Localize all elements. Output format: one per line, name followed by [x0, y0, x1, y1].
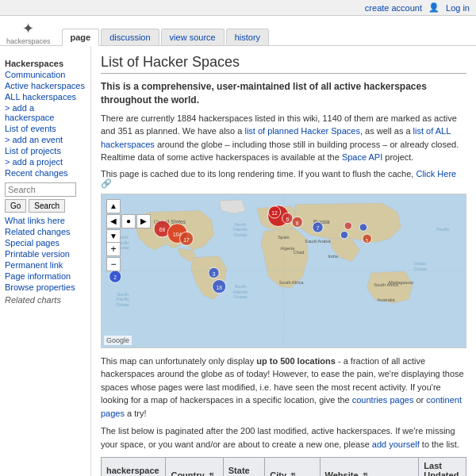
svg-text:Madagascar: Madagascar	[389, 280, 414, 285]
svg-text:Pacific: Pacific	[116, 297, 129, 301]
cache-note: This page is cached due to its long rend…	[101, 169, 466, 189]
sidebar-link-special-pages[interactable]: Special pages	[5, 238, 86, 248]
sidebar-link-add-hackerspace[interactable]: > add a hackerspace	[5, 103, 86, 122]
map-zoom-in[interactable]: +	[106, 242, 121, 256]
logo-icon: ✦	[22, 20, 34, 37]
tab-view-source[interactable]: view source	[161, 29, 225, 45]
svg-text:Spain: Spain	[278, 234, 290, 239]
svg-text:7: 7	[317, 225, 320, 231]
related-charts-label: Related charts	[5, 295, 86, 305]
site-logo: ✦ hackerspaces	[6, 16, 59, 45]
sidebar-link-printable[interactable]: Printable version	[5, 249, 86, 259]
svg-text:12: 12	[271, 210, 278, 216]
map-nav-up[interactable]: ▲	[106, 199, 121, 213]
col-state[interactable]: State ⇅	[223, 458, 265, 476]
tab-history[interactable]: history	[226, 29, 269, 45]
svg-point-52	[359, 223, 367, 231]
sidebar-link-events[interactable]: List of events	[5, 124, 86, 133]
svg-text:6: 6	[286, 216, 289, 221]
svg-text:2: 2	[113, 274, 117, 279]
search-buttons: Go Search	[5, 199, 86, 213]
intro-bold: This is a comprehensive, user-maintained…	[101, 80, 466, 107]
col-website[interactable]: Website ⇅	[320, 458, 419, 476]
svg-point-53	[340, 231, 348, 239]
svg-text:3: 3	[213, 271, 216, 276]
map-zoom-controls: + −	[106, 242, 121, 271]
add-yourself-link[interactable]: add yourself	[372, 440, 420, 449]
tab-discussion[interactable]: discussion	[101, 29, 159, 45]
svg-text:68: 68	[159, 227, 166, 232]
col-city[interactable]: City ⇅	[265, 458, 320, 476]
svg-point-51	[344, 221, 352, 229]
sidebar-link-page-info[interactable]: Page information	[5, 271, 86, 281]
sidebar-link-recent-changes[interactable]: Recent changes	[5, 168, 86, 178]
sidebar-link-related-changes[interactable]: Related changes	[5, 227, 86, 236]
sidebar-link-projects[interactable]: List of projects	[5, 146, 86, 155]
link-spaceapi[interactable]: Space API	[342, 152, 382, 162]
page-title: List of Hacker Spaces	[101, 54, 466, 74]
svg-text:Atlantic: Atlantic	[233, 227, 248, 232]
svg-text:Ocean: Ocean	[234, 294, 248, 299]
sidebar-link-all[interactable]: ALL hackerspaces	[5, 92, 86, 102]
sidebar-link-add-event[interactable]: > add an event	[5, 135, 86, 144]
col-hackerspace[interactable]: hackerspace ⇅	[102, 458, 166, 476]
svg-text:17: 17	[183, 236, 190, 242]
search-button[interactable]: Search	[29, 199, 65, 213]
sidebar-link-active[interactable]: Active hackerspaces	[5, 81, 86, 90]
sidebar-link-browse-props[interactable]: Browse properties	[5, 282, 86, 292]
svg-text:Pacific: Pacific	[436, 227, 450, 232]
hackerspaces-table: hackerspace ⇅ Country ⇅ State ⇅ City ⇅ W…	[101, 457, 466, 476]
svg-text:Ocean: Ocean	[234, 232, 248, 237]
intro-text: There are currently 1884 hackerspaces li…	[101, 112, 466, 164]
map-caption: This map can unfortunately only display …	[101, 355, 466, 420]
logo-text: hackerspaces	[6, 37, 51, 45]
svg-text:South: South	[235, 284, 247, 289]
sidebar-link-communication[interactable]: Communication	[5, 70, 86, 79]
col-country[interactable]: Country ⇅	[166, 458, 223, 476]
list-intro: The list below is paginated after the 20…	[101, 424, 466, 451]
sidebar-link-add-project[interactable]: > add a project	[5, 157, 86, 167]
tab-page[interactable]: page	[62, 29, 100, 46]
search-box: Go Search	[5, 182, 86, 213]
click-here-link[interactable]: Click Here	[416, 169, 456, 178]
header: ✦ hackerspaces page discussion view sour…	[0, 16, 476, 46]
map-nav-arrows: ▲ ◀ ● ▶ ▼	[106, 199, 151, 244]
svg-text:8: 8	[296, 220, 299, 225]
content-area: List of Hacker Spaces This is a comprehe…	[91, 46, 476, 476]
map-nav-right[interactable]: ▶	[136, 214, 151, 228]
go-button[interactable]: Go	[5, 199, 26, 213]
svg-text:Ocean: Ocean	[116, 302, 129, 307]
map-zoom-out[interactable]: −	[106, 257, 121, 271]
countries-pages-link[interactable]: countries pages	[352, 395, 414, 405]
svg-text:North: North	[235, 221, 246, 226]
search-input[interactable]	[5, 182, 76, 197]
svg-text:18: 18	[216, 285, 222, 290]
sidebar-link-what-links[interactable]: What links here	[5, 216, 86, 225]
topbar: create account 👤 Log in	[0, 0, 476, 16]
login-link[interactable]: Log in	[446, 3, 470, 13]
svg-text:Saudi Arabia: Saudi Arabia	[305, 238, 331, 243]
sidebar: Hackerspaces Communication Active hacker…	[0, 46, 91, 476]
sidebar-link-permanent[interactable]: Permanent link	[5, 260, 86, 270]
map-container: North Pacific Ocean North Atlantic Ocean…	[101, 194, 466, 348]
svg-text:Chad: Chad	[294, 250, 305, 255]
svg-text:South Africa: South Africa	[279, 280, 305, 285]
world-map: North Pacific Ocean North Atlantic Ocean…	[102, 194, 466, 347]
svg-text:Ocean: Ocean	[413, 267, 427, 271]
page-tabs: page discussion view source history	[62, 29, 271, 45]
svg-text:5: 5	[366, 237, 368, 242]
map-nav-center[interactable]: ●	[121, 214, 136, 228]
svg-text:Australia: Australia	[377, 298, 395, 302]
user-icon: 👤	[428, 2, 440, 13]
col-updated[interactable]: Last Updated ⇅	[419, 458, 466, 476]
main-layout: Hackerspaces Communication Active hacker…	[0, 46, 476, 476]
link-planned[interactable]: list of planned Hacker Spaces	[244, 126, 360, 136]
create-account-link[interactable]: create account	[365, 3, 422, 13]
svg-text:Atlantic: Atlantic	[233, 289, 248, 294]
map-nav-left[interactable]: ◀	[106, 214, 121, 228]
svg-text:Indian: Indian	[414, 261, 427, 266]
svg-text:India: India	[328, 253, 338, 258]
google-logo: Google	[104, 336, 132, 345]
svg-text:South: South	[117, 291, 129, 296]
sidebar-section-hackerspaces: Hackerspaces	[5, 59, 86, 68]
